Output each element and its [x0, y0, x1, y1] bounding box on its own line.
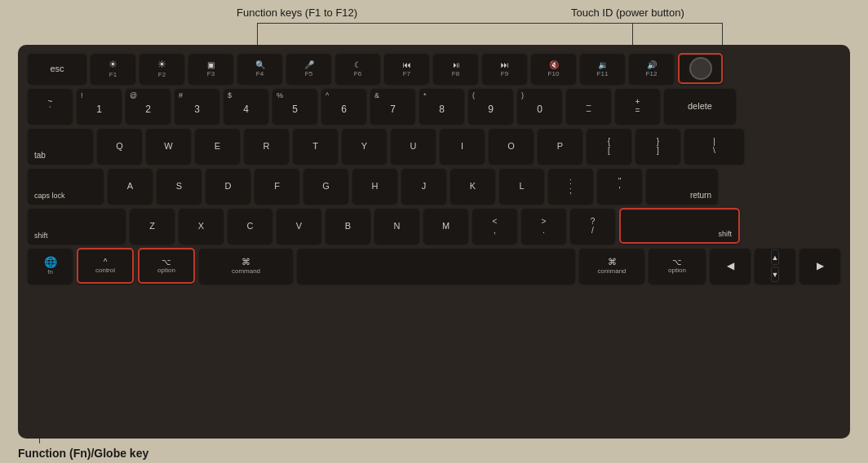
squote-label: ': [619, 186, 621, 195]
key-f8[interactable]: ⏯ F8: [433, 53, 478, 84]
key-f12[interactable]: 🔊 F12: [629, 53, 674, 84]
key-m[interactable]: M: [423, 208, 468, 244]
key-x[interactable]: X: [179, 208, 224, 244]
shift-key-row: shift Z X C V B N M < , > . ? / shif: [28, 208, 840, 244]
key-space[interactable]: [297, 248, 575, 284]
key-a[interactable]: A: [108, 168, 153, 204]
key-y[interactable]: Y: [342, 128, 387, 164]
key-z[interactable]: Z: [130, 208, 175, 244]
key-l[interactable]: L: [499, 168, 544, 204]
key-j[interactable]: J: [401, 168, 446, 204]
two-label: 2: [145, 104, 151, 115]
key-t[interactable]: T: [293, 128, 338, 164]
key-minus[interactable]: _ –: [566, 88, 611, 124]
key-6[interactable]: ^ 6: [321, 88, 366, 124]
slash-label: /: [591, 226, 594, 235]
key-command-right[interactable]: ⌘ command: [579, 248, 644, 284]
key-option-left[interactable]: ⌥ option: [138, 248, 195, 284]
key-period[interactable]: > .: [521, 208, 566, 244]
key-f3[interactable]: ▣ F3: [188, 53, 233, 84]
key-f6[interactable]: ☾ F6: [335, 53, 380, 84]
key-esc[interactable]: esc: [28, 53, 86, 84]
key-4[interactable]: $ 4: [224, 88, 268, 124]
key-f2[interactable]: ☀ F2: [140, 53, 184, 84]
key-f5[interactable]: 🎤 F5: [286, 53, 331, 84]
key-u[interactable]: U: [391, 128, 436, 164]
key-arrow-down[interactable]: ▼: [771, 267, 780, 282]
key-o[interactable]: O: [489, 128, 534, 164]
f6-icon: ☾: [354, 60, 361, 69]
seven-label: 7: [390, 104, 396, 115]
key-arrow-right[interactable]: ▶: [799, 248, 840, 284]
key-f9[interactable]: ⏭ F9: [482, 53, 527, 84]
key-shift-right[interactable]: shift: [619, 208, 740, 244]
key-option-right[interactable]: ⌥ option: [649, 248, 706, 284]
key-equals[interactable]: + =: [615, 88, 660, 124]
key-i[interactable]: I: [440, 128, 485, 164]
key-f4[interactable]: 🔍 F4: [237, 53, 282, 84]
key-c[interactable]: C: [228, 208, 272, 244]
key-semicolon[interactable]: : ;: [548, 168, 593, 204]
key-rbracket[interactable]: } ]: [636, 128, 680, 164]
key-touch-id[interactable]: [678, 53, 723, 84]
key-control[interactable]: ^ control: [77, 248, 134, 284]
control-label: control: [95, 267, 115, 274]
key-q[interactable]: Q: [97, 128, 142, 164]
tab-label: tab: [34, 151, 46, 160]
key-g[interactable]: G: [303, 168, 348, 204]
key-lbracket[interactable]: { [: [587, 128, 631, 164]
key-tab[interactable]: tab: [28, 128, 93, 164]
key-v[interactable]: V: [277, 208, 321, 244]
f4-icon: 🔍: [255, 60, 265, 69]
f9-label: F9: [501, 70, 508, 77]
semicolon-label: ;: [569, 186, 572, 195]
key-b[interactable]: B: [326, 208, 370, 244]
caret-label: ^: [326, 91, 329, 99]
touchid-line: [632, 23, 633, 47]
key-slash[interactable]: ? /: [570, 208, 615, 244]
key-quote[interactable]: " ': [597, 168, 642, 204]
option-right-label: option: [668, 267, 686, 274]
command-left-label: command: [232, 267, 260, 275]
dollar-label: $: [228, 91, 232, 99]
key-w[interactable]: W: [146, 128, 191, 164]
key-shift-left[interactable]: shift: [28, 208, 126, 244]
key-0[interactable]: ) 0: [517, 88, 562, 124]
key-d[interactable]: D: [206, 168, 250, 204]
key-backslash[interactable]: | \: [684, 128, 744, 164]
touch-id-annotation: Touch ID (power button): [571, 7, 684, 19]
key-backtick[interactable]: ~ `: [28, 88, 73, 124]
zero-label: 0: [537, 104, 542, 115]
four-label: 4: [243, 104, 249, 115]
question-label: ?: [591, 217, 596, 226]
key-f1[interactable]: ☀ F1: [91, 53, 135, 84]
key-1[interactable]: ! 1: [77, 88, 122, 124]
key-e[interactable]: E: [195, 128, 240, 164]
asdf-key-row: caps lock A S D F G H J K L : ; " ' retu…: [28, 168, 840, 204]
key-f10[interactable]: 🔇 F10: [531, 53, 576, 84]
key-f11[interactable]: 🔉 F11: [580, 53, 625, 84]
key-k[interactable]: K: [450, 168, 495, 204]
key-7[interactable]: & 7: [370, 88, 415, 124]
key-p[interactable]: P: [538, 128, 582, 164]
key-return[interactable]: return: [646, 168, 718, 204]
key-delete[interactable]: delete: [664, 88, 736, 124]
key-h[interactable]: H: [352, 168, 397, 204]
key-caps-lock[interactable]: caps lock: [28, 168, 104, 204]
key-8[interactable]: * 8: [419, 88, 464, 124]
option-icon-right: ⌥: [672, 258, 682, 267]
key-9[interactable]: ( 9: [468, 88, 513, 124]
key-command-left[interactable]: ⌘ command: [199, 248, 293, 284]
key-r[interactable]: R: [244, 128, 289, 164]
key-fn-globe[interactable]: 🌐 fn: [28, 248, 73, 284]
key-n[interactable]: N: [374, 208, 419, 244]
key-2[interactable]: @ 2: [126, 88, 170, 124]
key-3[interactable]: # 3: [175, 88, 219, 124]
key-arrow-up[interactable]: ▲: [771, 249, 780, 265]
key-s[interactable]: S: [157, 168, 202, 204]
key-arrow-left[interactable]: ◀: [710, 248, 751, 284]
key-f[interactable]: F: [255, 168, 299, 204]
key-f7[interactable]: ⏮ F7: [384, 53, 429, 84]
key-5[interactable]: % 5: [272, 88, 317, 124]
key-comma[interactable]: < ,: [472, 208, 517, 244]
